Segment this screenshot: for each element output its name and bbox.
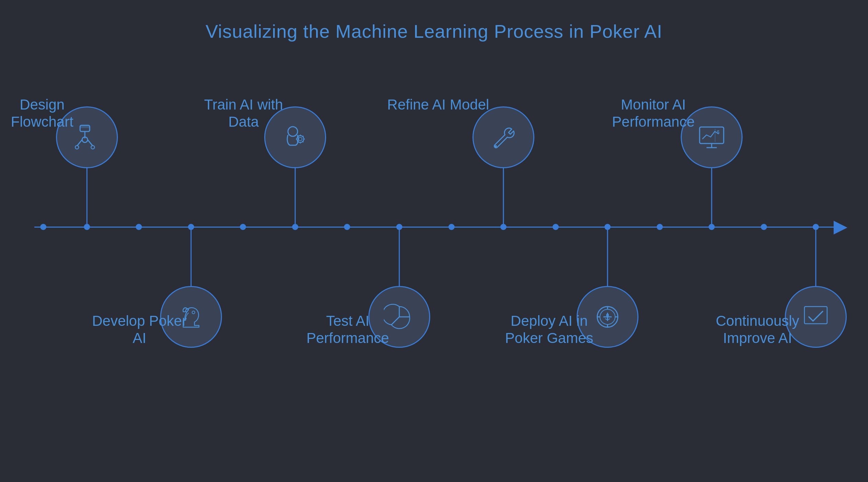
label-test-ai: Test AIPerformance	[296, 312, 399, 347]
label-deploy-ai: Deploy AI inPoker Games	[491, 312, 608, 347]
label-train-ai: Train AI withData	[192, 96, 295, 131]
connector-test-ai	[399, 228, 400, 286]
dot-monitor-ai	[709, 224, 715, 230]
circle-refine-ai	[472, 106, 534, 168]
wrench-icon	[488, 122, 519, 153]
dot-deploy-ai	[604, 224, 611, 230]
label-design-flowchart: DesignFlowchart	[0, 96, 87, 131]
diagram-container: DesignFlowchart Develop PokerAI	[0, 62, 868, 482]
svg-point-8	[192, 311, 195, 314]
connector-design-flowchart	[86, 168, 87, 227]
label-refine-ai: Refine AI Model	[373, 96, 503, 113]
dot-refine-ai	[500, 224, 507, 230]
dot-mid-6	[657, 224, 663, 230]
svg-text:$: $	[717, 129, 720, 135]
dot-test-ai	[396, 224, 402, 230]
timeline-arrow	[834, 221, 847, 234]
page-title: Visualizing the Machine Learning Process…	[0, 0, 868, 42]
dot-start	[40, 224, 46, 230]
connector-train-ai	[294, 168, 296, 227]
label-continuously-improve: ContinuouslyImprove AI	[699, 312, 816, 347]
svg-line-4	[77, 140, 82, 146]
dot-train-ai	[292, 224, 298, 230]
label-monitor-ai: Monitor AIPerformance	[595, 96, 712, 131]
dot-develop-poker-ai	[188, 224, 194, 230]
connector-monitor-ai	[711, 168, 712, 227]
dot-mid-5	[553, 224, 559, 230]
svg-point-6	[75, 146, 79, 149]
connector-continuously-improve	[815, 228, 816, 286]
dot-design-flowchart	[84, 224, 90, 230]
dot-mid-1	[136, 224, 142, 230]
svg-point-11	[299, 137, 302, 141]
connector-develop-poker-ai	[190, 228, 191, 286]
dot-continuously-improve	[813, 224, 819, 230]
dot-mid-7	[761, 224, 767, 230]
dot-mid-2	[240, 224, 246, 230]
connector-deploy-ai	[607, 228, 608, 286]
timeline-line	[34, 227, 841, 228]
dot-mid-4	[448, 224, 455, 230]
dot-mid-3	[344, 224, 350, 230]
svg-line-5	[88, 140, 93, 146]
svg-point-20	[495, 145, 497, 147]
connector-refine-ai	[503, 168, 504, 227]
svg-point-7	[91, 146, 94, 149]
label-develop-poker-ai: Develop PokerAI	[88, 312, 191, 347]
